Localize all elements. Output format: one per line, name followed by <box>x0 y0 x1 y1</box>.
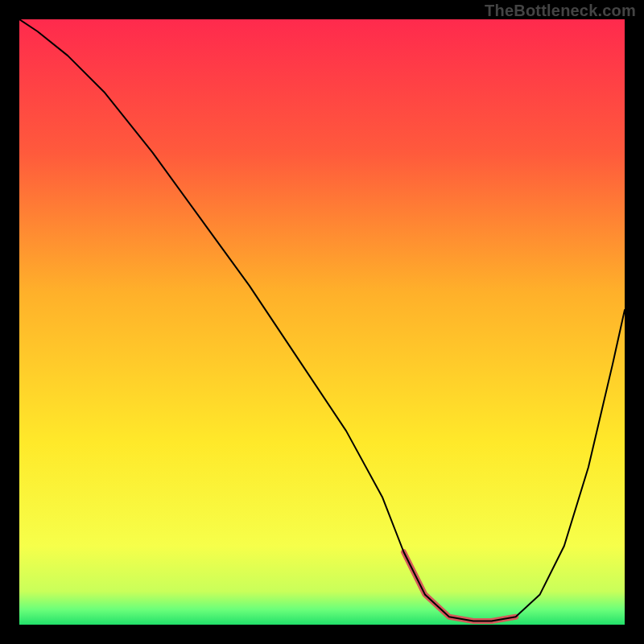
curve-layer <box>19 19 625 625</box>
bottleneck-curve <box>19 19 625 621</box>
watermark-text: TheBottleneck.com <box>485 2 636 20</box>
plot-area <box>19 19 625 625</box>
chart-frame: TheBottleneck.com <box>0 0 644 644</box>
